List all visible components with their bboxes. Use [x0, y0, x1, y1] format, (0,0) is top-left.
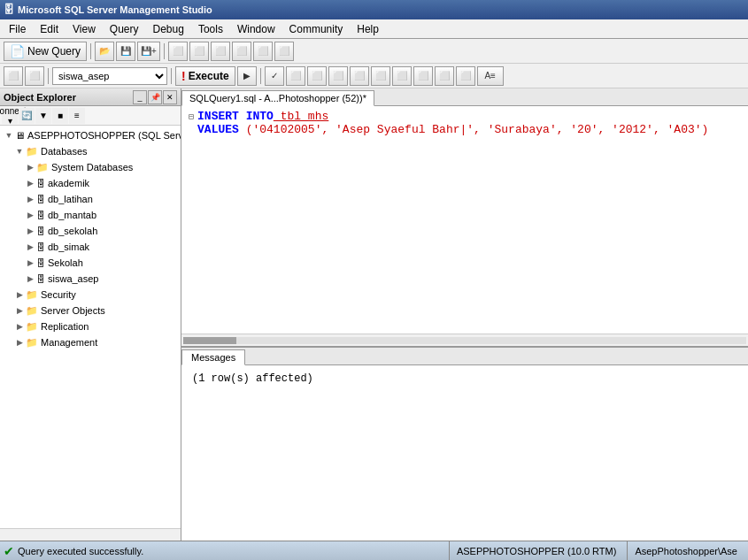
query-tab-bar: SQLQuery1.sql - A...Photoshopper (52))* — [181, 88, 748, 106]
tree-item-databases[interactable]: ▼ 📁 Databases — [0, 143, 181, 159]
save-button[interactable]: 💾 — [116, 42, 135, 61]
editor-horizontal-scrollbar[interactable] — [181, 334, 748, 346]
oe-toolbar: Connect ▾ 🔄 ▼ ■ ≡ — [0, 106, 181, 126]
tree-label-replication: Replication — [41, 321, 89, 332]
toolbar2-btn-1[interactable]: ⬜ — [4, 66, 23, 86]
tree-label-siswa-asep: siswa_asep — [48, 273, 98, 284]
toolbar2-btn-c[interactable]: ⬜ — [328, 66, 348, 86]
oe-horizontal-scrollbar[interactable] — [0, 528, 181, 541]
expand-icon-replication: ▶ — [14, 321, 25, 332]
tree-item-db-sekolah[interactable]: ▶ 🗄 db_sekolah — [0, 223, 181, 239]
toolbar2-btn-g[interactable]: ⬜ — [413, 66, 433, 86]
toolbar-btn-5[interactable]: ⬜ — [211, 42, 230, 61]
toolbar2-btn-f[interactable]: ⬜ — [392, 66, 412, 86]
folder-icon-management: 📁 — [26, 337, 38, 349]
toolbar-btn-4[interactable]: ⬜ — [189, 42, 209, 61]
toolbar-btn-7[interactable]: ⬜ — [253, 42, 273, 61]
toolbar2-btn-a[interactable]: ⬜ — [286, 66, 305, 86]
toolbar-btn-3[interactable]: ⬜ — [168, 42, 188, 61]
expand-icon-akademik: ▶ — [25, 178, 35, 188]
toolbar2-sep-1 — [48, 68, 49, 84]
menu-help[interactable]: Help — [350, 21, 386, 37]
run-mode-btn[interactable]: ▶ — [237, 66, 257, 86]
connect-button[interactable]: Connect ▾ — [2, 108, 18, 124]
messages-tab-label: Messages — [191, 352, 235, 363]
collapse-icon-1[interactable]: ⊟ — [189, 111, 194, 122]
toolbar-btn-6[interactable]: ⬜ — [232, 42, 251, 61]
tree-label-root: ASEPPHOTOSHOPPER (SQL Serve... — [27, 130, 181, 141]
tree-item-root[interactable]: ▼ 🖥 ASEPPHOTOSHOPPER (SQL Serve... — [0, 127, 181, 143]
toolbar2-btn-j[interactable]: A≡ — [477, 66, 504, 86]
expand-icon-db-mantab: ▶ — [25, 210, 35, 220]
toolbar-separator-2 — [164, 43, 165, 59]
tree-label-akademik: akademik — [48, 178, 89, 188]
results-content: (1 row(s) affected) — [181, 365, 748, 541]
toolbar2-btn-h[interactable]: ⬜ — [435, 66, 454, 86]
db-icon-siswa-asep: 🗄 — [36, 274, 45, 284]
toolbar-btn-8[interactable]: ⬜ — [274, 42, 294, 61]
query-tab-1[interactable]: SQLQuery1.sql - A...Photoshopper (52))* — [181, 90, 374, 106]
oe-filter-btn[interactable]: ▼ — [35, 108, 51, 124]
database-selector[interactable]: siswa_asep — [52, 67, 167, 85]
toolbar2-btn-2[interactable]: ⬜ — [25, 66, 44, 86]
execute-label: Execute — [189, 70, 229, 82]
h-scroll-thumb[interactable] — [183, 337, 236, 344]
app-icon: 🗄 — [4, 4, 14, 16]
tree-label-security: Security — [41, 289, 76, 300]
oe-pin-btn[interactable]: 📌 — [148, 90, 162, 104]
results-text: (1 row(s) affected) — [192, 372, 313, 385]
status-server: ASEPPHOTOSHOPPER (10.0 RTM) — [449, 541, 624, 560]
query-tab-label: SQLQuery1.sql - A...Photoshopper (52))* — [189, 93, 366, 104]
toolbar2-btn-b[interactable]: ⬜ — [307, 66, 327, 86]
new-query-button[interactable]: 📄 New Query — [4, 42, 87, 61]
menu-community[interactable]: Community — [282, 21, 351, 37]
menu-window[interactable]: Window — [230, 21, 282, 37]
tree-label-sekolah: Sekolah — [48, 257, 83, 268]
tree-item-system-dbs[interactable]: ▶ 📁 System Databases — [0, 159, 181, 175]
execute-button[interactable]: ! Execute — [175, 66, 235, 86]
menu-tools[interactable]: Tools — [191, 21, 230, 37]
server-icon: 🖥 — [15, 130, 25, 141]
tree-item-management[interactable]: ▶ 📁 Management — [0, 334, 181, 350]
save-all-button[interactable]: 💾+ — [137, 42, 160, 61]
oe-refresh-btn[interactable]: 🔄 — [19, 108, 35, 124]
menu-query[interactable]: Query — [103, 21, 146, 37]
oe-stop-btn[interactable]: ■ — [52, 108, 68, 124]
toolbar2-sep-3 — [260, 68, 261, 84]
menu-bar: File Edit View Query Debug Tools Window … — [0, 19, 748, 39]
menu-view[interactable]: View — [66, 21, 103, 37]
status-bar: ✔ Query executed successfully. ASEPPHOTO… — [0, 541, 748, 560]
toolbar2-btn-e[interactable]: ⬜ — [371, 66, 390, 86]
tree-item-sekolah[interactable]: ▶ 🗄 Sekolah — [0, 255, 181, 271]
oe-close-btn[interactable]: ✕ — [163, 90, 177, 104]
expand-icon-siswa-asep: ▶ — [25, 273, 35, 284]
folder-icon-security: 📁 — [26, 289, 38, 301]
tree-item-security[interactable]: ▶ 📁 Security — [0, 287, 181, 303]
oe-summary-btn[interactable]: ≡ — [69, 108, 85, 124]
menu-file[interactable]: File — [2, 21, 33, 37]
toolbar2-sep-2 — [171, 68, 172, 84]
expand-icon-sekolah: ▶ — [25, 257, 35, 268]
toolbar2-check-btn[interactable]: ✓ — [265, 66, 284, 86]
toolbar2-btn-i[interactable]: ⬜ — [456, 66, 475, 86]
tree-item-db-simak[interactable]: ▶ 🗄 db_simak — [0, 239, 181, 255]
tree-item-replication[interactable]: ▶ 📁 Replication — [0, 318, 181, 334]
menu-edit[interactable]: Edit — [33, 21, 66, 37]
tree-item-server-objects[interactable]: ▶ 📁 Server Objects — [0, 303, 181, 318]
oe-minimize-btn[interactable]: _ — [133, 90, 147, 104]
sql-editor[interactable]: ⊟ INSERT INTO tbl_mhs ⊟ VALUES ('0410200… — [181, 106, 748, 334]
tree-item-db-latihan[interactable]: ▶ 🗄 db_latihan — [0, 191, 181, 207]
object-explorer-header: Object Explorer _ 📌 ✕ — [0, 88, 181, 106]
tree-item-siswa-asep[interactable]: ▶ 🗄 siswa_asep — [0, 271, 181, 287]
app-title: Microsoft SQL Server Management Studio — [18, 4, 212, 15]
open-file-button[interactable]: 📂 — [95, 42, 114, 61]
status-success-icon: ✔ — [4, 544, 14, 558]
toolbar2-btn-d[interactable]: ⬜ — [350, 66, 369, 86]
tree-item-akademik[interactable]: ▶ 🗄 akademik — [0, 175, 181, 191]
tree-item-db-mantab[interactable]: ▶ 🗄 db_mantab — [0, 207, 181, 223]
messages-tab[interactable]: Messages — [181, 349, 245, 365]
sql-table-name: tbl_mhs — [274, 110, 328, 123]
execute-exclamation-icon: ! — [181, 69, 186, 83]
menu-debug[interactable]: Debug — [146, 21, 191, 37]
h-scroll-track — [183, 337, 746, 344]
